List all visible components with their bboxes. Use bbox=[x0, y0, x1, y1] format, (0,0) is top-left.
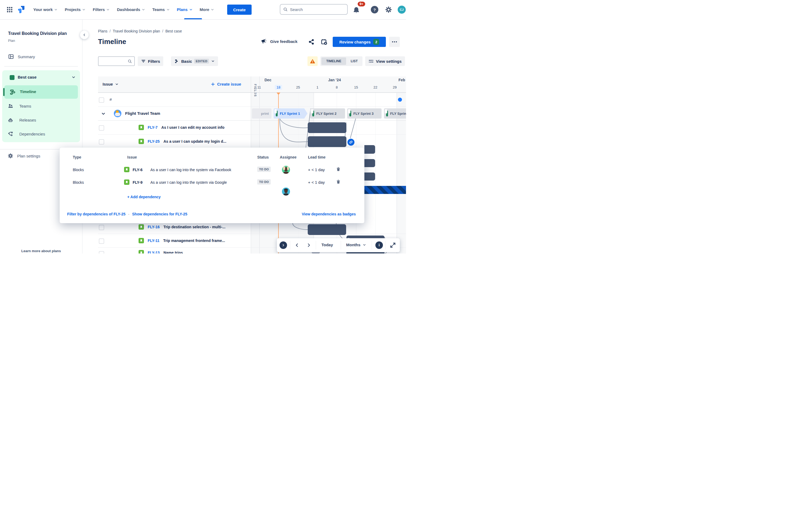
striped-release-bar[interactable] bbox=[364, 186, 406, 194]
sidebar-collapse-button[interactable] bbox=[80, 31, 89, 39]
row-checkbox[interactable] bbox=[99, 125, 104, 131]
toggle-timeline[interactable]: TIMELINE bbox=[321, 57, 346, 65]
issue-row-fly16[interactable]: FLY-16 Trip destination selection - mult… bbox=[139, 224, 225, 230]
dependencies-icon bbox=[7, 131, 13, 137]
info-button[interactable]: i bbox=[375, 241, 383, 249]
scroll-left-button[interactable] bbox=[295, 243, 299, 247]
sidebar-item-releases[interactable]: Releases bbox=[7, 117, 36, 123]
skip-forward-button[interactable] bbox=[280, 241, 287, 249]
status-badge[interactable]: TO DO bbox=[257, 167, 271, 172]
delete-trash-icon[interactable] bbox=[336, 179, 341, 184]
gantt-bar-fly16[interactable] bbox=[308, 224, 346, 235]
filter-icon bbox=[141, 59, 146, 64]
breadcrumb-plan-name[interactable]: Travel Booking Division plan bbox=[113, 29, 160, 33]
issue-column-header[interactable]: Issue bbox=[103, 82, 119, 87]
notifications-bell-icon[interactable] bbox=[352, 6, 360, 14]
gantt-bar-fly7[interactable] bbox=[308, 122, 346, 133]
row-checkbox[interactable] bbox=[99, 97, 104, 103]
chevron-down-icon[interactable] bbox=[71, 75, 76, 79]
user-avatar[interactable]: CJ bbox=[398, 6, 406, 14]
status-badge[interactable]: TO DO bbox=[257, 179, 271, 184]
date-tick-today: 18 bbox=[275, 85, 282, 90]
nav-item-dashboards[interactable]: Dashboards bbox=[117, 7, 145, 12]
warning-button[interactable] bbox=[307, 56, 318, 66]
create-button[interactable]: Create bbox=[227, 5, 252, 15]
share-icon[interactable] bbox=[308, 39, 315, 45]
nav-item-plans[interactable]: Plans bbox=[177, 7, 193, 12]
assignee-avatar[interactable] bbox=[282, 166, 290, 174]
today-button[interactable]: Today bbox=[321, 242, 333, 247]
toggle-list[interactable]: LIST bbox=[347, 57, 361, 65]
sprint-bar[interactable]: FLY Sprin bbox=[384, 108, 406, 119]
issue-row-fly25[interactable]: FLY-25 As a user I can update my login d… bbox=[139, 139, 226, 144]
view-mode-button[interactable]: Basic EDITED bbox=[171, 56, 218, 66]
issue-row-fly13[interactable]: FLY-13 Name trips bbox=[139, 250, 183, 253]
gantt-bar-partial[interactable] bbox=[364, 145, 375, 154]
learn-more-link[interactable]: Learn more about plans bbox=[0, 249, 82, 253]
teams-icon bbox=[7, 103, 13, 109]
plan-settings-item[interactable]: Plan settings bbox=[7, 153, 40, 159]
assignee-avatar[interactable] bbox=[282, 187, 290, 195]
add-dependency-link[interactable]: + Add dependency bbox=[127, 195, 161, 199]
gantt-bar-partial[interactable] bbox=[364, 159, 375, 167]
issue-row-fly7[interactable]: FLY-7 As I user I can edit my account in… bbox=[139, 125, 224, 130]
chevron-down-icon bbox=[142, 8, 145, 11]
delete-trash-icon[interactable] bbox=[336, 166, 341, 172]
row-checkbox[interactable] bbox=[99, 238, 104, 244]
story-type-icon bbox=[139, 224, 144, 230]
scenario-name[interactable]: Best case bbox=[18, 75, 37, 79]
filters-button[interactable]: Filters bbox=[138, 56, 163, 66]
give-feedback-button[interactable]: Give feedback bbox=[261, 38, 298, 45]
month-label: Jan ’24 bbox=[328, 78, 341, 82]
row-checkbox[interactable] bbox=[99, 225, 104, 230]
sidebar-item-timeline[interactable]: Timeline bbox=[4, 85, 78, 99]
filter-by-dependencies-link[interactable]: Filter by dependencies of FLY-25 bbox=[67, 212, 125, 216]
nav-item-more[interactable]: More bbox=[200, 7, 214, 12]
zoom-level-dropdown[interactable]: Months bbox=[346, 242, 366, 247]
expand-chevron-icon[interactable] bbox=[101, 111, 106, 116]
sprint-bar[interactable]: FLY Sprint 3 bbox=[347, 108, 382, 119]
sidebar-item-summary[interactable]: Summary bbox=[8, 54, 35, 60]
timeline-dot[interactable] bbox=[398, 98, 402, 102]
settings-gear-icon[interactable] bbox=[385, 6, 392, 13]
issue-row-fly11[interactable]: FLY-11 Trip management frontend frame... bbox=[139, 238, 225, 243]
row-checkbox[interactable] bbox=[99, 251, 104, 253]
gantt-bar-fly25[interactable] bbox=[308, 136, 346, 147]
megaphone-icon bbox=[261, 38, 267, 45]
dependency-link-badge[interactable] bbox=[347, 138, 355, 146]
jira-logo-icon[interactable] bbox=[17, 5, 25, 14]
team-name[interactable]: Flight Travel Team bbox=[125, 111, 160, 116]
fullscreen-expand-icon[interactable] bbox=[390, 242, 396, 248]
breadcrumb-plans[interactable]: Plans bbox=[98, 29, 107, 33]
breadcrumb-scenario[interactable]: Best case bbox=[165, 29, 182, 33]
issue-search-input[interactable] bbox=[98, 56, 135, 66]
create-issue-button[interactable]: Create issue bbox=[211, 82, 241, 87]
active-tab-underline bbox=[184, 18, 202, 19]
nav-item-teams[interactable]: Teams bbox=[152, 7, 170, 12]
sidebar-item-dependencies[interactable]: Dependencies bbox=[7, 131, 45, 137]
show-dependencies-link[interactable]: Show dependencies for FLY-25 bbox=[132, 212, 188, 216]
sprint-bar-active[interactable]: FLY Sprint 1 bbox=[273, 108, 307, 119]
chevron-down-icon bbox=[362, 243, 366, 247]
sidebar-item-teams[interactable]: Teams bbox=[7, 103, 31, 109]
scroll-right-button[interactable] bbox=[306, 243, 311, 247]
column-type: Type bbox=[73, 155, 81, 159]
nav-item-projects[interactable]: Projects bbox=[65, 7, 86, 12]
calendar-add-icon[interactable] bbox=[321, 38, 327, 45]
sprint-bar-closed[interactable]: print bbox=[252, 108, 271, 119]
app-switcher-icon[interactable] bbox=[6, 6, 13, 13]
help-icon[interactable]: ? bbox=[371, 6, 378, 13]
gantt-bar-partial[interactable] bbox=[364, 172, 375, 180]
nav-item-filters[interactable]: Filters bbox=[93, 7, 110, 12]
view-dependencies-as-badges-link[interactable]: View dependencies as badges bbox=[302, 212, 356, 216]
search-input[interactable]: Search bbox=[280, 4, 348, 15]
gear-icon bbox=[7, 153, 13, 159]
nav-item-your-work[interactable]: Your work bbox=[33, 7, 58, 12]
popup-footer-links: Filter by dependencies of FLY-25 · Show … bbox=[67, 212, 188, 216]
more-actions-button[interactable] bbox=[389, 37, 400, 47]
review-changes-button[interactable]: Review changes 2 bbox=[333, 37, 386, 47]
view-settings-button[interactable]: View settings bbox=[365, 56, 405, 66]
column-status: Status bbox=[257, 155, 269, 159]
row-checkbox[interactable] bbox=[99, 139, 104, 145]
sprint-bar[interactable]: FLY Sprint 2 bbox=[310, 108, 345, 119]
